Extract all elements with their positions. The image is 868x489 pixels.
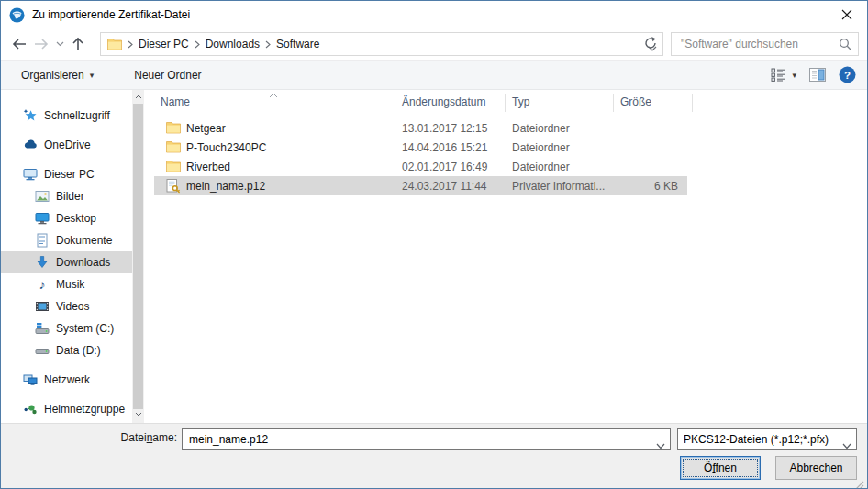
chevron-down-icon: ▾	[792, 71, 796, 80]
sidebar-item-label: Bilder	[56, 190, 84, 203]
breadcrumb-software[interactable]: Software	[276, 38, 319, 50]
desktop-icon	[35, 211, 50, 226]
sidebar-item-dokumente[interactable]: Dokumente	[1, 229, 132, 251]
computer-icon	[23, 167, 38, 182]
thunderbird-icon	[9, 7, 25, 23]
file-size	[613, 157, 678, 176]
sidebar-item-label: Dieser PC	[44, 168, 95, 181]
sidebar-item-schnellzugriff[interactable]: Schnellzugriff	[1, 105, 132, 127]
organize-label: Organisieren	[21, 69, 84, 82]
sidebar-item-heimnetzgruppe[interactable]: Heimnetzgruppe	[1, 398, 132, 420]
file-type: Dateiordner	[505, 138, 613, 157]
open-file-dialog: Zu importierende Zertifikat-Datei Dieser…	[0, 0, 868, 489]
scrollbar-thumb[interactable]	[133, 104, 143, 409]
refresh-icon[interactable]	[643, 36, 662, 54]
window-title: Zu importierende Zertifikat-Datei	[32, 8, 190, 21]
chevron-down-icon	[842, 437, 851, 453]
star-icon	[23, 108, 38, 123]
file-row-mein-name-p12[interactable]: mein_name.p12 24.03.2017 11:44 Privater …	[148, 176, 867, 195]
sidebar-item-label: Netzwerk	[44, 373, 90, 386]
search-input[interactable]	[679, 34, 833, 54]
views-button[interactable]: ▾	[771, 68, 796, 82]
file-size	[613, 118, 678, 138]
file-name: mein_name.p12	[186, 180, 265, 193]
sidebar-item-label: Data (D:)	[56, 344, 101, 357]
sidebar-item-label: Desktop	[56, 212, 96, 225]
resize-grip[interactable]	[855, 477, 864, 486]
sidebar-item-label: Heimnetzgruppe	[44, 403, 125, 416]
file-type: Dateiordner	[505, 157, 613, 176]
scroll-up-icon[interactable]	[132, 90, 144, 103]
file-size	[613, 138, 678, 157]
sidebar-scrollbar[interactable]	[132, 90, 144, 423]
file-date: 24.03.2017 11:44	[395, 176, 505, 195]
filetype-select[interactable]: PKCS12-Dateien (*.p12;*.pfx)	[677, 428, 857, 450]
folder-icon	[107, 38, 122, 50]
dialog-footer: Dateiname: PKCS12-Dateien (*.p12;*.pfx) …	[1, 423, 867, 489]
forward-icon[interactable]	[30, 33, 52, 55]
svg-text:?: ?	[844, 70, 851, 81]
open-button[interactable]: Öffnen	[680, 456, 761, 480]
address-bar[interactable]: Dieser PC Downloads Software	[100, 32, 663, 56]
breadcrumb-dieser-pc[interactable]: Dieser PC	[139, 38, 189, 50]
file-row-riverbed[interactable]: Riverbed 02.01.2017 16:49 Dateiordner	[148, 157, 867, 176]
filename-input[interactable]	[187, 430, 646, 448]
sidebar-item-downloads[interactable]: Downloads	[1, 251, 132, 273]
sidebar-item-desktop[interactable]: Desktop	[1, 207, 132, 229]
sidebar-item-dieser-pc[interactable]: Dieser PC	[1, 163, 132, 185]
search-icon[interactable]	[839, 38, 852, 55]
up-icon[interactable]	[67, 33, 89, 55]
organize-button[interactable]: Organisieren ▾	[21, 69, 94, 82]
new-folder-label: Neuer Ordner	[134, 69, 201, 82]
folder-icon	[166, 121, 181, 136]
navigation-pane: Schnellzugriff OneDrive Dieser PC Bilder	[1, 90, 132, 423]
sidebar-item-label: Schnellzugriff	[44, 109, 110, 122]
title-bar: Zu importierende Zertifikat-Datei	[1, 1, 867, 28]
column-header-type[interactable]: Typ	[505, 92, 613, 112]
main-area: Schnellzugriff OneDrive Dieser PC Bilder	[1, 90, 867, 423]
file-row-ptouch[interactable]: P-Touch2340PC 14.04.2016 15:21 Dateiordn…	[148, 138, 867, 157]
cancel-button[interactable]: Abbrechen	[775, 456, 857, 480]
recent-locations-chevron-icon[interactable]	[52, 33, 67, 55]
navigation-row: Dieser PC Downloads Software	[1, 28, 867, 60]
downloads-icon	[35, 255, 50, 270]
sidebar-item-bilder[interactable]: Bilder	[1, 185, 132, 207]
filename-combobox	[182, 428, 671, 450]
file-row-netgear[interactable]: Netgear 13.01.2017 12:15 Dateiordner	[148, 118, 867, 138]
filename-label: Dateiname:	[83, 431, 177, 444]
sidebar-item-onedrive[interactable]: OneDrive	[1, 134, 132, 156]
help-icon[interactable]: ?	[839, 66, 856, 83]
videos-icon	[35, 299, 50, 314]
file-date: 14.04.2016 15:21	[395, 138, 505, 157]
sidebar-item-data-d[interactable]: Data (D:)	[1, 339, 132, 361]
sidebar-item-netzwerk[interactable]: Netzwerk	[1, 369, 132, 391]
close-icon[interactable]	[826, 1, 867, 28]
list-header: Name Änderungsdatum Typ Größe	[148, 92, 867, 112]
file-list: Name Änderungsdatum Typ Größe Netgear 13…	[148, 90, 867, 423]
chevron-down-icon: ▾	[90, 71, 95, 80]
column-header-date[interactable]: Änderungsdatum	[395, 92, 505, 112]
breadcrumb-downloads[interactable]: Downloads	[206, 38, 260, 50]
command-toolbar: Organisieren ▾ Neuer Ordner ▾ ?	[1, 60, 867, 90]
search-box	[671, 32, 859, 56]
sidebar-item-musik[interactable]: ♪ Musik	[1, 273, 132, 295]
sidebar-item-system-c[interactable]: System (C:)	[1, 317, 132, 339]
file-size: 6 KB	[613, 176, 678, 195]
sidebar-item-videos[interactable]: Videos	[1, 295, 132, 317]
pictures-icon	[35, 189, 50, 204]
sidebar-item-label: OneDrive	[44, 139, 91, 151]
chevron-down-icon[interactable]	[656, 437, 665, 453]
column-header-name[interactable]: Name	[148, 92, 395, 112]
documents-icon	[35, 233, 50, 248]
column-divider[interactable]	[692, 94, 693, 112]
preview-pane-icon[interactable]	[809, 68, 826, 82]
scroll-down-icon[interactable]	[132, 407, 144, 420]
file-date: 13.01.2017 12:15	[395, 118, 505, 138]
homegroup-icon	[23, 402, 38, 417]
folder-icon	[166, 140, 181, 155]
back-icon[interactable]	[8, 33, 30, 55]
file-name: Netgear	[186, 122, 226, 135]
drive-icon	[35, 343, 50, 358]
new-folder-button[interactable]: Neuer Ordner	[134, 69, 201, 82]
column-header-size[interactable]: Größe	[613, 92, 678, 112]
